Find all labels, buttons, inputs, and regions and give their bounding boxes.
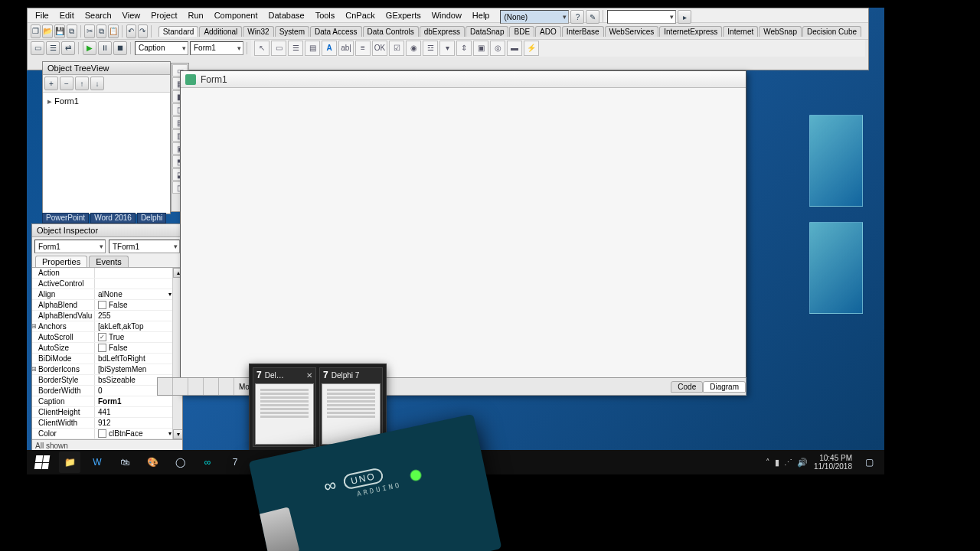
property-value[interactable]: 441: [95, 407, 182, 417]
palette-tab-win32[interactable]: Win32: [243, 26, 273, 37]
undo-icon[interactable]: ↶: [126, 24, 136, 38]
property-row[interactable]: ClientHeight441: [32, 407, 182, 418]
property-row[interactable]: BiDiModebdLeftToRight: [32, 354, 182, 364]
property-row[interactable]: ActiveControl: [32, 279, 182, 289]
tree-expand-icon[interactable]: +: [44, 77, 58, 90]
tree-down-icon[interactable]: ↓: [90, 77, 104, 90]
property-value[interactable]: 912: [95, 418, 182, 428]
property-value[interactable]: [95, 279, 182, 289]
groupbox-icon[interactable]: ▣: [473, 41, 488, 56]
property-row[interactable]: AlphaBlendValu255: [32, 311, 182, 321]
property-value[interactable]: False: [95, 343, 182, 353]
property-row[interactable]: CaptionForm1: [32, 396, 182, 407]
tree-collapse-icon[interactable]: −: [60, 77, 74, 90]
taskbar-word[interactable]: W: [87, 452, 108, 473]
palette-tab-datacontrols[interactable]: Data Controls: [363, 26, 419, 37]
palette-tab-internet[interactable]: Internet: [723, 26, 758, 37]
menu-window[interactable]: Window: [427, 10, 466, 21]
property-value[interactable]: [biSystemMen: [95, 364, 182, 374]
taskbar-delphi[interactable]: 7: [224, 452, 246, 473]
palette-tab-bde[interactable]: BDE: [509, 26, 534, 37]
property-value[interactable]: Form1: [95, 396, 182, 406]
unit-combo[interactable]: Form1: [190, 41, 243, 55]
project-combo[interactable]: [607, 10, 676, 24]
dropdown-icon[interactable]: ▾: [168, 430, 172, 437]
property-value[interactable]: alNone▾: [95, 289, 182, 299]
saveall-icon[interactable]: ⧉: [67, 24, 77, 38]
form-designer-window[interactable]: Form1: [180, 70, 746, 395]
property-row[interactable]: Anchors[akLeft,akTop: [32, 321, 182, 332]
menu-view[interactable]: View: [118, 10, 145, 21]
help-search-combo[interactable]: (None): [500, 10, 569, 24]
close-icon[interactable]: ✕: [306, 371, 312, 380]
form-canvas[interactable]: [181, 88, 746, 394]
property-value[interactable]: bdLeftToRight: [95, 354, 182, 364]
paste-icon[interactable]: 📋: [108, 24, 119, 38]
radiobutton-icon[interactable]: ◉: [406, 41, 421, 56]
property-value[interactable]: [95, 268, 182, 278]
cursor-icon[interactable]: ↖: [254, 41, 270, 56]
toolbar-icon[interactable]: ▸: [678, 10, 691, 24]
taskbar-file-explorer[interactable]: 📁: [59, 452, 80, 473]
property-row[interactable]: AlphaBlendFalse: [32, 300, 182, 311]
edit-icon[interactable]: ab|: [338, 41, 354, 56]
palette-tab-dataaccess[interactable]: Data Access: [310, 26, 362, 37]
property-value[interactable]: False: [95, 300, 182, 310]
mainmenu-icon[interactable]: ☰: [288, 41, 303, 56]
tray-volume-icon[interactable]: 🔊: [797, 458, 808, 468]
property-row[interactable]: BorderIcons[biSystemMen: [32, 364, 182, 375]
save-icon[interactable]: 💾: [54, 24, 65, 38]
checkbox-icon[interactable]: [98, 429, 106, 438]
copy-icon[interactable]: ⧉: [96, 24, 106, 38]
property-row[interactable]: AutoSizeFalse: [32, 343, 182, 354]
toolbar-icon[interactable]: ✎: [586, 10, 599, 24]
taskbar-app[interactable]: 🎨: [142, 452, 163, 473]
notification-center-icon[interactable]: ▢: [858, 452, 880, 473]
tree-up-icon[interactable]: ↑: [75, 77, 89, 90]
tray-wifi-icon[interactable]: ⋰: [784, 458, 792, 468]
checkbox-icon[interactable]: [98, 344, 106, 352]
palette-tab-ado[interactable]: ADO: [535, 26, 561, 37]
palette-tab-system[interactable]: System: [275, 26, 309, 37]
inspector-type-combo[interactable]: TForm1: [109, 240, 180, 253]
mini-task-item[interactable]: Word 2016: [90, 213, 136, 223]
system-clock[interactable]: 10:45 PM 11/10/2018: [814, 454, 852, 471]
taskbar-arduino-ide[interactable]: ∞: [197, 452, 218, 473]
palette-tab-additional[interactable]: Additional: [199, 26, 242, 37]
editor-tab-code[interactable]: Code: [671, 381, 703, 393]
toggle-icon[interactable]: ⇄: [61, 41, 75, 55]
editor-tab-diagram[interactable]: Diagram: [703, 381, 746, 393]
menu-edit[interactable]: Edit: [55, 10, 79, 21]
combobox-icon[interactable]: ▾: [439, 41, 455, 56]
actionlist-icon[interactable]: ⚡: [524, 41, 539, 56]
panel-icon[interactable]: ▬: [507, 41, 522, 56]
taskbar-chrome[interactable]: ◯: [169, 452, 191, 473]
menu-database[interactable]: Database: [264, 10, 309, 21]
toolbar-icon[interactable]: ?: [570, 10, 584, 24]
view-unit-icon[interactable]: ☰: [46, 41, 60, 55]
view-form-icon[interactable]: ▭: [31, 41, 44, 55]
open-icon[interactable]: 📂: [42, 24, 53, 38]
menu-gexperts[interactable]: GExperts: [381, 10, 426, 21]
pause-icon[interactable]: ⏸: [98, 41, 112, 55]
popupmenu-icon[interactable]: ▤: [305, 41, 320, 56]
property-row[interactable]: ClientWidth912: [32, 418, 182, 429]
palette-tab-inetexpress[interactable]: InternetExpress: [659, 26, 722, 37]
redo-icon[interactable]: ↷: [138, 24, 148, 38]
dropdown-icon[interactable]: ▾: [168, 291, 172, 298]
palette-tab-datasnap[interactable]: DataSnap: [466, 26, 508, 37]
button-icon[interactable]: OK: [372, 41, 387, 56]
start-button[interactable]: [31, 453, 53, 471]
mini-task-item[interactable]: Delphi: [137, 213, 166, 223]
frame-icon[interactable]: ▭: [271, 41, 286, 56]
menu-search[interactable]: Search: [80, 10, 116, 21]
label-icon[interactable]: A: [322, 41, 337, 56]
palette-tab-webservices[interactable]: WebServices: [605, 26, 659, 37]
inspector-name-combo[interactable]: Form1: [34, 240, 106, 253]
tree-root-form1[interactable]: Form1: [46, 96, 167, 107]
menu-run[interactable]: Run: [183, 10, 207, 21]
taskbar-store[interactable]: 🛍: [114, 452, 136, 473]
property-row[interactable]: Action: [32, 268, 182, 279]
property-row[interactable]: ColorclBtnFace▾: [32, 429, 182, 439]
tray-chevron-icon[interactable]: ˄: [766, 458, 770, 468]
